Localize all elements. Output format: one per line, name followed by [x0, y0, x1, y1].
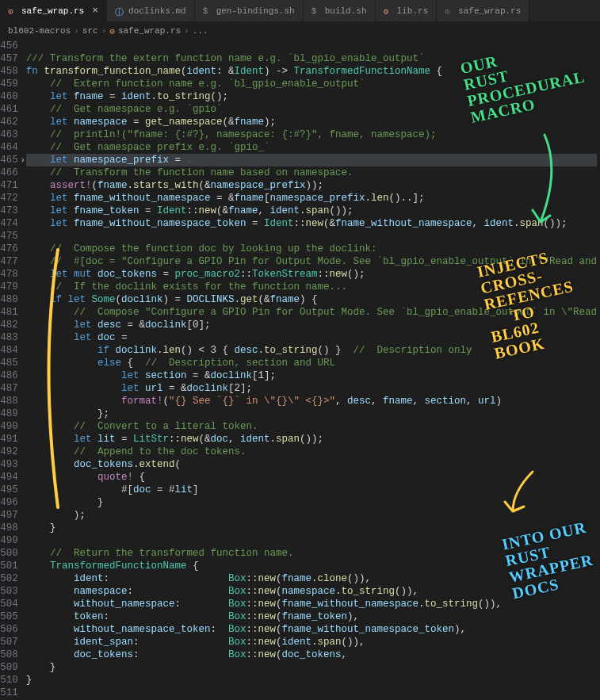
breadcrumbs[interactable]: bl602-macros › src › ⚙ safe_wrap.rs › ..…	[0, 22, 600, 40]
breadcrumb-item[interactable]: src	[82, 26, 98, 36]
line-number-gutter: 456457458459460461462463464465›466471472…	[0, 40, 26, 699]
rust-icon: ⚙	[384, 6, 393, 16]
editor-tabs: ⚙safe_wrap.rs×ⓘdoclinks.md$gen-bindings.…	[0, 0, 600, 22]
code-line[interactable]: doc_tokens: Box::new(doc_tokens,	[26, 648, 597, 661]
code-line[interactable]: format!("{} See `{}` in \"{}\" <{}>", de…	[26, 395, 597, 407]
tab-label: gen-bindings.sh	[216, 6, 295, 16]
close-icon[interactable]: ×	[92, 6, 98, 16]
code-line[interactable]: TransformedFunctionName {	[26, 560, 597, 572]
code-line[interactable]: let fname_without_namespace = &fname[nam…	[26, 192, 597, 205]
code-line[interactable]: fn transform_function_name(ident: &Ident…	[26, 65, 597, 78]
chevron-right-icon: ›	[74, 26, 79, 36]
code-line[interactable]: // Append to the doc tokens.	[26, 446, 597, 458]
code-line[interactable]: // Compose "Configure a GPIO Pin for Out…	[26, 306, 597, 319]
breadcrumb-item[interactable]: ...	[193, 26, 208, 36]
tab-lib-rs[interactable]: ⚙lib.rs	[376, 0, 438, 21]
code-line[interactable]: // Get namespace prefix e.g. `gpio_`	[26, 141, 597, 154]
code-line[interactable]: // println!("fname: {:#?}, namespace: {:…	[26, 128, 597, 141]
tab-label: safe_wrap.rs	[458, 6, 521, 16]
chevron-right-icon: ›	[101, 26, 107, 36]
sh-icon: $	[311, 6, 321, 16]
code-line[interactable]: let lit = LitStr::new(&doc, ident.span()…	[26, 433, 597, 446]
breadcrumb-item[interactable]: bl602-macros	[8, 26, 71, 36]
rust-icon-dim: ⚙	[445, 6, 454, 16]
code-line[interactable]: if let Some(doclink) = DOCLINKS.get(&fna…	[26, 293, 597, 306]
code-line[interactable]: else { // Description, section and URL	[26, 357, 597, 369]
code-line[interactable]: // Get namespace e.g. `gpio`	[26, 103, 597, 116]
tab-safe_wrap-rs[interactable]: ⚙safe_wrap.rs	[437, 0, 529, 21]
rust-icon: ⚙	[8, 6, 17, 16]
code-line[interactable]: let desc = &doclink[0];	[26, 319, 597, 331]
tab-label: safe_wrap.rs	[21, 6, 84, 16]
sh-icon: $	[203, 6, 212, 16]
code-line[interactable]: }	[26, 661, 597, 674]
code-line[interactable]: if doclink.len() < 3 { desc.to_string() …	[26, 344, 597, 357]
tab-doclinks-md[interactable]: ⓘdoclinks.md	[107, 0, 195, 21]
code-line[interactable]: namespace: Box::new(namespace.to_string(…	[26, 585, 597, 598]
code-line[interactable]: // Extern function name e.g. `bl_gpio_en…	[26, 78, 597, 90]
code-line[interactable]: // Convert to a literal token.	[26, 420, 597, 433]
code-line[interactable]: // #[doc = "Configure a GPIO Pin for Out…	[26, 255, 597, 268]
code-line[interactable]: without_namespace: Box::new(fname_withou…	[26, 598, 597, 610]
code-line[interactable]: ident: Box::new(fname.clone()),	[26, 572, 597, 585]
code-line[interactable]: /// Transform the extern function name e…	[26, 52, 597, 65]
code-line[interactable]: // Transform the function name based on …	[26, 166, 597, 179]
code-line[interactable]: let fname_token = Ident::new(&fname, ide…	[26, 205, 597, 217]
code-line[interactable]: assert!(fname.starts_with(&namespace_pre…	[26, 179, 597, 192]
code-line[interactable]: #[doc = #lit]	[26, 484, 597, 496]
code-line[interactable]: // Return the transformed function name.	[26, 547, 597, 560]
rust-icon: ⚙	[109, 26, 115, 36]
info-icon: ⓘ	[115, 6, 124, 16]
code-line[interactable]: doc_tokens.extend(	[26, 458, 597, 471]
code-line[interactable]: quote! {	[26, 471, 597, 484]
fold-chevron-icon[interactable]: ›	[21, 155, 25, 167]
code-line[interactable]	[26, 40, 597, 52]
code-line[interactable]: );	[26, 509, 597, 522]
code-line[interactable]: let namespace_prefix = …	[26, 154, 597, 166]
code-line[interactable]: without_namespace_token: Box::new(fname_…	[26, 623, 597, 636]
code-line[interactable]: // If the doclink exists for the functio…	[26, 281, 597, 293]
chevron-right-icon: ›	[184, 26, 189, 36]
tab-label: build.sh	[325, 6, 367, 16]
code-content[interactable]: /// Transform the extern function name e…	[26, 40, 600, 699]
code-line[interactable]: let mut doc_tokens = proc_macro2::TokenS…	[26, 268, 597, 281]
code-line[interactable]: }	[26, 496, 597, 509]
breadcrumb-item[interactable]: safe_wrap.rs	[118, 26, 181, 36]
code-line[interactable]	[26, 230, 597, 243]
code-line[interactable]: }	[26, 522, 597, 534]
tab-build-sh[interactable]: $build.sh	[304, 0, 376, 21]
code-line[interactable]: let url = &doclink[2];	[26, 382, 597, 395]
code-line[interactable]: let namespace = get_namespace(&fname);	[26, 116, 597, 128]
tab-label: doclinks.md	[128, 6, 186, 16]
code-line[interactable]: };	[26, 407, 597, 420]
code-line[interactable]	[26, 534, 597, 547]
code-line[interactable]: // Compose the function doc by looking u…	[26, 243, 597, 255]
tab-label: lib.rs	[397, 6, 429, 16]
code-line[interactable]: let doc =	[26, 331, 597, 344]
code-line[interactable]: let section = &doclink[1];	[26, 369, 597, 382]
code-line[interactable]: let fname = ident.to_string();	[26, 90, 597, 103]
code-line[interactable]	[26, 687, 597, 699]
code-line[interactable]: token: Box::new(fname_token),	[26, 610, 597, 623]
tab-gen-bindings-sh[interactable]: $gen-bindings.sh	[195, 0, 304, 21]
code-line[interactable]: }	[26, 674, 597, 687]
code-editor[interactable]: 456457458459460461462463464465›466471472…	[0, 40, 600, 699]
code-line[interactable]: ident_span: Box::new(ident.span()),	[26, 636, 597, 648]
code-line[interactable]: let fname_without_namespace_token = Iden…	[26, 217, 597, 230]
tab-safe_wrap-rs[interactable]: ⚙safe_wrap.rs×	[0, 0, 107, 21]
